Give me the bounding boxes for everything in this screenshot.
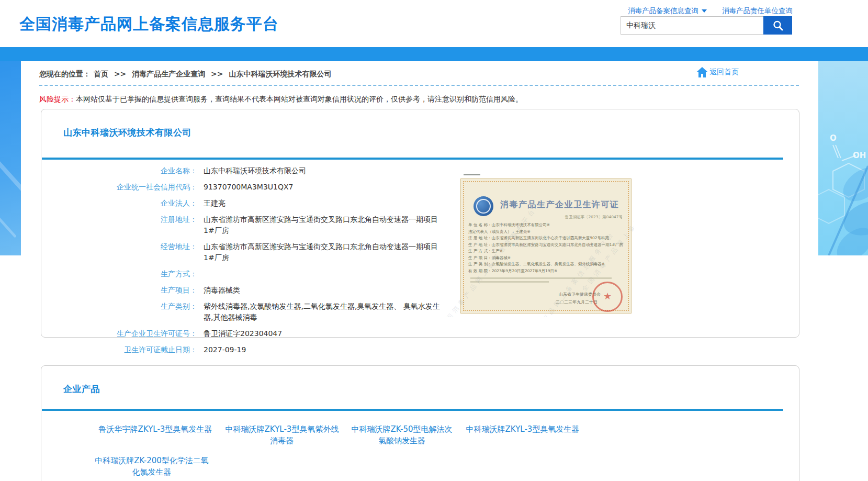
top-band <box>0 47 868 61</box>
field-value: 山东省潍坊市高新区潍安路与宝通街交叉路口东北角自动变速器一期项目1#厂房 <box>204 214 447 236</box>
risk-notice: 风险提示：本网站仅基于已掌握的信息提供查询服务，查询结果不代表本网站对被查询对象… <box>39 95 523 104</box>
certificate-line: 法定代表人（或负责人）：王建亮※ <box>468 229 627 236</box>
product-row: 鲁沃华宇牌ZKYL-3型臭氧发生器 中科瑞沃牌ZKYL-3型臭氧紫外线消毒器 中… <box>95 423 799 446</box>
field-label: 企业统一社会信用代码： <box>41 182 197 193</box>
panel-title-underline <box>42 409 783 411</box>
breadcrumb-home[interactable]: 首页 <box>94 70 108 78</box>
hero-background-right: O OH <box>818 61 868 255</box>
field-value: 消毒器械类 <box>204 285 240 296</box>
company-products-panel: 企业产品 鲁沃华宇牌ZKYL-3型臭氧发生器 中科瑞沃牌ZKYL-3型臭氧紫外线… <box>41 365 799 481</box>
red-seal-icon <box>592 282 623 312</box>
field-value: 紫外线消毒器,次氯酸钠发生器,二氧化氯发生器,臭氧发生器、 臭氧水发生器,其他器… <box>204 301 447 323</box>
certificate-line: 生 产 地 址：山东省潍坊市高新区潍安路与宝通街交叉路口东北角自动变速器一期1#… <box>468 242 627 249</box>
field-label: 生产企业卫生许可证号： <box>41 328 197 339</box>
back-home-link[interactable]: 返回首页 <box>696 66 739 78</box>
header-nav: 消毒产品备案信息查询 消毒产品责任单位查询 <box>628 6 793 16</box>
certificate-line: 生 产 方 式：生产※ <box>468 248 627 255</box>
breadcrumb-current-company: 山东中科瑞沃环境技术有限公司 <box>229 70 331 78</box>
field-label: 企业名称： <box>41 165 197 176</box>
product-link[interactable]: 鲁沃华宇牌ZKYL-3型臭氧发生器 <box>95 423 216 446</box>
site-title: 全国消毒产品网上备案信息服务平台 <box>19 14 279 35</box>
field-label: 生产类别： <box>41 301 197 312</box>
nav-link-responsible-unit-query-label: 消毒产品责任单位查询 <box>722 6 793 16</box>
field-label: 经营地址： <box>41 241 197 252</box>
product-link[interactable]: 中科瑞沃牌ZK-200型化学法二氧化氯发生器 <box>95 455 209 478</box>
hero-background-left <box>0 61 21 255</box>
certificate-fine-print <box>470 281 549 283</box>
search-input[interactable] <box>621 16 763 35</box>
product-link[interactable]: 中科瑞沃牌ZKYL-3型臭氧紫外线消毒器 <box>223 423 341 446</box>
molecule-graphic: O OH <box>818 61 868 255</box>
molecule-label-o: O <box>830 133 837 143</box>
molecule-label-oh: OH <box>853 151 866 160</box>
certificate: 消毒产品生产企业卫生许可证 鲁卫消证字〔2023〕第04047号 单 位 名 称… <box>460 178 632 314</box>
breadcrumb: 您现在的位置：首页 >> 消毒产品生产企业查询 >> 山东中科瑞沃环境技术有限公… <box>39 70 334 79</box>
field-row: 生产项目：消毒器械类 <box>41 282 799 298</box>
scan-artifact-dash <box>464 174 480 175</box>
search-box <box>621 16 792 35</box>
health-commission-emblem-icon <box>474 196 493 216</box>
field-row: 企业统一社会信用代码：91370700MA3M3U1QX7 <box>41 179 799 195</box>
certificate-line: 生 产 类 别：次氯酸钠发生器、二氧化氯发生器、臭氧发生器、紫外线消毒器※ <box>468 261 627 268</box>
breadcrumb-location-label: 您现在的位置： <box>39 70 91 78</box>
search-icon <box>772 19 784 32</box>
decorative-swoosh <box>0 154 21 192</box>
product-list: 鲁沃华宇牌ZKYL-3型臭氧发生器 中科瑞沃牌ZKYL-3型臭氧紫外线消毒器 中… <box>95 423 799 478</box>
chevron-down-icon <box>702 9 707 13</box>
field-row: 卫生许可证截止日期：2027-09-19 <box>41 342 799 358</box>
nav-link-record-query-label: 消毒产品备案信息查询 <box>628 6 698 16</box>
breadcrumb-separator: >> <box>114 70 126 78</box>
decorative-swoosh <box>0 201 17 238</box>
field-value: 山东省潍坊市高新区潍安路与宝通街交叉路口东北角自动变速器一期项目1#厂房 <box>204 241 447 263</box>
nav-link-responsible-unit-query[interactable]: 消毒产品责任单位查询 <box>722 6 793 16</box>
certificate-fields: 单 位 名 称：山东中科瑞沃环境技术有限公司※ 法定代表人（或负责人）：王建亮※… <box>468 222 627 274</box>
breadcrumb-enterprise-query[interactable]: 消毒产品生产企业查询 <box>132 70 205 78</box>
field-value: 2027-09-19 <box>204 344 246 355</box>
content-wrapper: 您现在的位置：首页 >> 消毒产品生产企业查询 >> 山东中科瑞沃环境技术有限公… <box>21 61 818 481</box>
certificate-line: 有 效 期 限：2023年9月20日至2027年9月19日※ <box>468 268 627 275</box>
field-row: 企业法人：王建亮 <box>41 195 799 211</box>
certificate-line: 生 产 项 目：消毒器械※ <box>468 255 627 262</box>
field-value: 王建亮 <box>204 198 226 209</box>
search-button[interactable] <box>763 16 792 35</box>
certificate-title: 消毒产品生产企业卫生许可证 <box>500 199 619 210</box>
field-value: 鲁卫消证字202304047 <box>204 328 282 339</box>
certificate-fine-print <box>470 277 612 279</box>
risk-notice-text: 本网站仅基于已掌握的信息提供查询服务，查询结果不代表本网站对被查询对象信用状况的… <box>76 95 523 103</box>
field-label: 生产方式： <box>41 269 197 279</box>
certificate-issue-date: 二〇二三年九月二十日 <box>556 299 598 305</box>
breadcrumb-separator: >> <box>211 70 223 78</box>
panel-title-underline <box>42 158 783 160</box>
field-value: 91370700MA3M3U1QX7 <box>204 182 293 193</box>
home-icon <box>696 66 708 78</box>
certificate-line: 单 位 名 称：山东中科瑞沃环境技术有限公司※ <box>468 222 627 229</box>
nav-link-record-query[interactable]: 消毒产品备案信息查询 <box>628 6 707 16</box>
field-row: 注册地址：山东省潍坊市高新区潍安路与宝通街交叉路口东北角自动变速器一期项目1#厂… <box>41 211 799 239</box>
field-row: 生产类别：紫外线消毒器,次氯酸钠发生器,二氧化氯发生器,臭氧发生器、 臭氧水发生… <box>41 298 799 326</box>
certificate-number: 鲁卫消证字〔2023〕第04047号 <box>565 215 623 220</box>
field-label: 注册地址： <box>41 214 197 225</box>
products-panel-title: 企业产品 <box>63 383 799 395</box>
product-row: 中科瑞沃牌ZK-200型化学法二氧化氯发生器 <box>95 455 799 478</box>
field-label: 卫生许可证截止日期： <box>41 344 197 355</box>
field-label: 生产项目： <box>41 285 197 296</box>
certificate-line: 注 册 地 址：山东省潍坊高新区玉清东街以北中心次干道以西高新大厦902号科苑 <box>468 235 627 242</box>
company-panel-title: 山东中科瑞沃环境技术有限公司 <box>63 127 799 139</box>
field-row: 生产方式： <box>41 266 799 282</box>
product-link[interactable]: 中科瑞沃牌ZK-50型电解法次氯酸钠发生器 <box>348 423 456 446</box>
back-home-label: 返回首页 <box>709 68 739 77</box>
field-label: 企业法人： <box>41 198 197 209</box>
field-row: 企业名称：山东中科瑞沃环境技术有限公司 <box>41 163 799 179</box>
company-info-panel: 山东中科瑞沃环境技术有限公司 企业名称：山东中科瑞沃环境技术有限公司 企业统一社… <box>41 109 799 338</box>
company-fields: 企业名称：山东中科瑞沃环境技术有限公司 企业统一社会信用代码：91370700M… <box>41 163 799 358</box>
site-header: 全国消毒产品网上备案信息服务平台 消毒产品备案信息查询 消毒产品责任单位查询 <box>0 0 868 47</box>
licence-certificate-image: 消毒产品生产企业卫生许可证 鲁卫消证字〔2023〕第04047号 单 位 名 称… <box>442 164 634 317</box>
dashed-divider <box>39 85 799 86</box>
product-link[interactable]: 中科瑞沃牌ZKYL-3型臭氧发生器 <box>463 423 582 446</box>
risk-notice-label: 风险提示： <box>39 95 76 103</box>
field-value: 山东中科瑞沃环境技术有限公司 <box>204 165 306 176</box>
field-row: 生产企业卫生许可证号：鲁卫消证字202304047 <box>41 326 799 342</box>
field-row: 经营地址：山东省潍坊市高新区潍安路与宝通街交叉路口东北角自动变速器一期项目1#厂… <box>41 239 799 266</box>
